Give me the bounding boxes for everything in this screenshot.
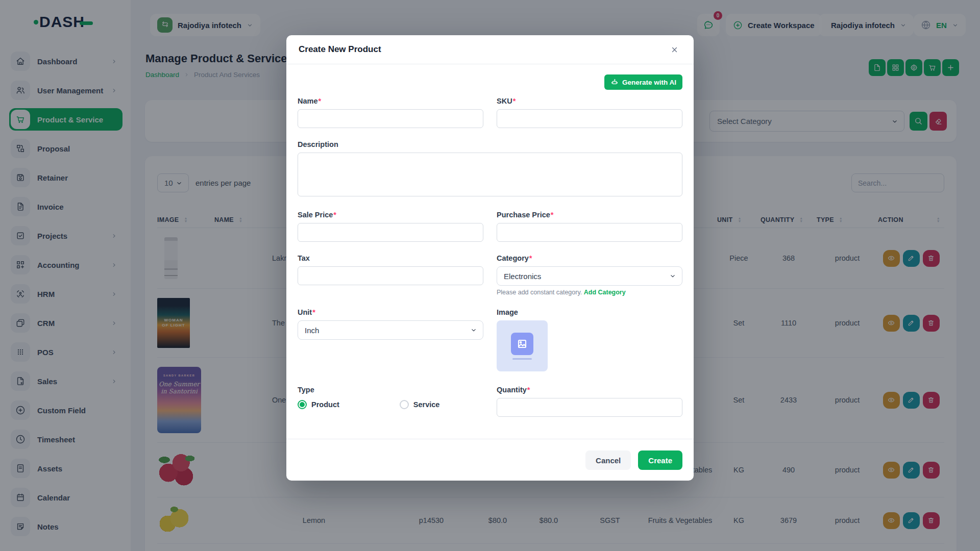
modal-header: Create New Product (286, 35, 694, 64)
sale-price-field[interactable] (298, 223, 483, 242)
image-label: Image (497, 308, 682, 316)
purchase-price-label: Purchase Price* (497, 211, 682, 219)
create-button[interactable]: Create (638, 450, 682, 470)
radio-icon (400, 400, 409, 409)
radio-icon (298, 400, 307, 409)
cancel-button[interactable]: Cancel (585, 450, 631, 470)
create-product-modal: Create New Product Generate with AI Name… (286, 35, 694, 481)
modal-title: Create New Product (299, 44, 381, 55)
image-upload-box[interactable] (497, 320, 548, 371)
upload-caption-placeholder (512, 358, 532, 360)
category-value: Electronics (504, 272, 541, 281)
close-icon (670, 45, 679, 54)
quantity-field[interactable] (497, 398, 682, 417)
name-field[interactable] (298, 109, 483, 128)
unit-value: Inch (305, 326, 319, 335)
generate-with-ai-button[interactable]: Generate with AI (604, 74, 682, 90)
generate-with-ai-label: Generate with AI (622, 79, 676, 86)
modal-body: Generate with AI Name* SKU* Description (286, 64, 694, 417)
category-helper: Please add constant category. Add Catego… (497, 289, 682, 296)
modal-footer: Cancel Create (286, 439, 694, 481)
type-label: Type (298, 386, 483, 394)
category-select[interactable]: Electronics (497, 266, 682, 286)
purchase-price-field[interactable] (497, 223, 682, 242)
description-field[interactable] (298, 153, 682, 196)
image-upload-icon (511, 333, 533, 355)
close-button[interactable] (667, 42, 681, 57)
chevron-down-icon (669, 272, 676, 280)
tax-label: Tax (298, 254, 483, 262)
image-icon (516, 337, 529, 350)
type-radio-service[interactable]: Service (400, 400, 440, 409)
sku-field[interactable] (497, 109, 682, 128)
unit-label: Unit* (298, 308, 483, 316)
unit-select[interactable]: Inch (298, 320, 483, 340)
category-label: Category* (497, 254, 682, 262)
type-radio-product[interactable]: Product (298, 400, 339, 409)
add-category-link[interactable]: Add Category (584, 289, 626, 296)
sale-price-label: Sale Price* (298, 211, 483, 219)
description-label: Description (298, 140, 682, 148)
tax-field[interactable] (298, 266, 483, 285)
name-label: Name* (298, 97, 483, 105)
sku-label: SKU* (497, 97, 682, 105)
chevron-down-icon (470, 327, 477, 334)
quantity-label: Quantity* (497, 386, 682, 394)
app-root: DASH DashboardUser ManagementProduct & S… (0, 0, 980, 551)
robot-icon (610, 78, 619, 86)
